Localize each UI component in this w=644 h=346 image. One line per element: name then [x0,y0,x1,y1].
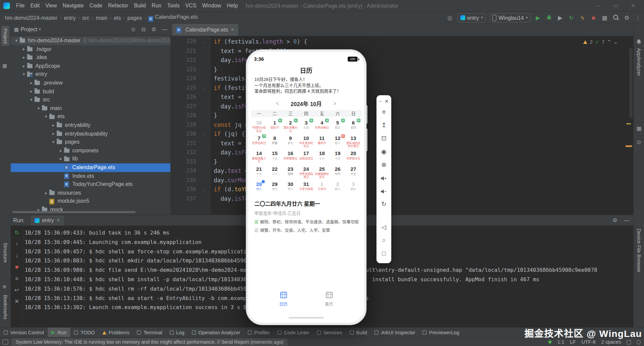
calendar-day-cell[interactable]: 25抗美援朝纪念日 [314,165,330,181]
scroll-top-icon[interactable]: ↥ [377,119,391,132]
fold-marker-icon[interactable]: ⌄ [196,83,211,93]
tree-item[interactable]: ▸.idea [11,53,171,62]
calendar-day-cell[interactable]: 8寒露 [267,134,283,150]
screenshot-icon[interactable]: ⊡ [377,132,391,145]
prev-month-icon[interactable]: < [276,100,279,106]
tab-almanac[interactable]: 黄历 [325,291,333,307]
tool-windows-icon[interactable]: ▦ [601,14,608,21]
calendar-day-cell[interactable]: 30廿八 [283,181,298,196]
locate-file-icon[interactable]: ⊙ [131,26,135,32]
breadcrumb-item[interactable]: pages [127,14,143,20]
sidebar-tab-appanalyzer[interactable]: AppAnalyzer [636,48,642,76]
calendar-day-cell[interactable]: 11重阳节 [314,134,330,150]
toolwindow-problems[interactable]: Problems [98,328,133,337]
tree-item[interactable]: ▸entrybackupability [11,130,171,138]
menu-file[interactable]: File [13,0,28,11]
tree-item[interactable]: ▸lib [11,155,171,163]
menu-refactor[interactable]: Refactor [105,0,131,11]
tree-item[interactable]: {}module.json5 [11,197,171,206]
tab-calendar[interactable]: 日历 [279,291,287,307]
bell-icon[interactable] [636,39,642,46]
device-select[interactable]: Winglau14 ▾ [489,13,530,22]
settings-gear-icon[interactable]: ⚙ [623,14,631,21]
toolwindow-code-linter[interactable]: Code Linter [273,328,313,337]
menu-edit[interactable]: Edit [28,0,43,11]
menu-run[interactable]: Run [149,0,164,11]
breadcrumb-item[interactable]: hm-demo2024-master [4,14,58,20]
run-tab[interactable]: entry ✕ [31,215,64,225]
menu-icon[interactable]: ≡ [377,105,391,118]
toolwindow-run[interactable]: Run [48,328,70,337]
restart-button[interactable]: ↻ [568,14,575,21]
calendar-day-cell[interactable]: 22二十 [267,165,283,181]
tree-item[interactable]: ETodayYunChengPage.ets [11,180,171,189]
editor-tab[interactable]: E CalendarPage.ets ✕ [172,24,239,36]
more-actions-icon[interactable]: ⋮ [634,14,642,21]
inspections-widget[interactable]: 2 ✓ 7 ⌃ ⌄ [582,39,619,45]
commit-icon[interactable]: ▦ [2,63,7,68]
calendar-day-cell[interactable]: 18十六 [314,150,330,165]
tree-item[interactable]: ▾src [11,96,171,104]
calendar-day-cell[interactable]: 休3九月 [298,119,314,134]
close-icon[interactable]: ✕ [56,217,60,223]
calendar-day-cell[interactable]: 休4世界动物日 [314,119,330,134]
tree-item[interactable]: ▸.preview [11,79,171,87]
pin-icon[interactable]: ⊕ [2,284,6,289]
up-icon[interactable]: ↑ [11,238,23,250]
horizontal-scrollbar[interactable] [12,211,136,213]
indent-setting[interactable]: 2 spaces [601,339,621,345]
toolwindow-version-control[interactable]: Version Control [0,328,48,337]
stop-button[interactable]: ■ [590,14,597,21]
tree-item[interactable]: ▾hm-demo2024-masterE:\hm-demo20241028\hm… [11,37,171,45]
sidebar-tab-project[interactable]: Project [1,26,9,46]
prev-issue-icon[interactable]: ⌃ [607,39,611,45]
status-message[interactable]: System Low Memory: The IDE is running lo… [11,338,288,346]
tree-item[interactable]: ▸entryability [11,121,171,130]
volume-down-icon[interactable] [377,184,391,197]
calendar-day-cell[interactable]: 23霜降 [283,165,298,181]
menu-vcs[interactable]: VCS [182,0,199,11]
menu-tools[interactable]: Tools [164,0,182,11]
breadcrumb-item[interactable]: src [81,14,90,20]
fold-marker-icon[interactable]: ⌄ [196,129,211,139]
toolwindow-terminal[interactable]: Terminal [133,328,166,337]
file-encoding[interactable]: UTF-8 [582,339,596,345]
tree-item[interactable]: ECalendarPage.ets [11,163,171,172]
menu-navigate[interactable]: Navigate [60,0,87,11]
tree-item[interactable]: ▾main [11,104,171,112]
toolwindow-build[interactable]: Build [346,328,371,337]
toolwindow-arkui-inspector[interactable]: ArkUI Inspector [371,328,419,337]
lock-icon[interactable] [627,340,631,344]
calendar-day-cell[interactable]: 休2国际非暴力日 [283,119,298,134]
calendar-day-cell[interactable]: 休6初四 [345,119,361,134]
home-icon[interactable]: ○ [377,234,391,247]
caret-position[interactable]: 1:1 [557,339,564,345]
settings-gear-icon[interactable]: ⚙ [152,26,156,32]
close-icon[interactable]: ✕ [624,3,641,9]
fold-marker-icon[interactable]: ⌄ [196,37,211,46]
minimize-icon[interactable]: — [590,3,607,9]
collapse-all-icon[interactable]: ⊟ [141,26,145,32]
maximize-icon[interactable]: ▭ [607,3,624,9]
tree-item[interactable]: ▸resources [11,189,171,197]
vertical-scrollbar[interactable] [629,48,633,118]
inspect-icon[interactable]: ⊕ [377,158,391,171]
warning-stripe-mark[interactable] [626,123,631,125]
hide-panel-icon[interactable]: — [162,26,167,32]
toolwindow-todo[interactable]: TODO [70,328,98,337]
tree-item[interactable]: ▸componets [11,146,171,155]
home-indicator[interactable] [289,317,324,318]
calendar-day-cell[interactable]: 班12初十 [330,134,346,150]
calendar-day-cell[interactable]: 28廿六 [251,181,267,196]
calendar-day-cell[interactable]: 19十七 [330,150,346,165]
breadcrumb-item[interactable]: ECalendarPage.ets [147,14,199,21]
toolwindow-operation-analyzer[interactable]: Operation Analyzer [188,328,244,337]
calendar-day-cell[interactable]: 20世界统计日 [345,150,361,165]
menu-icon[interactable]: ≡ [11,273,23,284]
line-separator[interactable]: LF [570,339,576,345]
calendar-day-cell[interactable]: 16世界粮食日 [283,150,298,165]
calendar-day-cell[interactable]: 2初二 [330,181,346,196]
sidebar-tab-structure[interactable]: Structure [2,240,9,265]
menu-code[interactable]: Code [87,0,105,11]
inspector-icon[interactable]: ⊙ [637,139,641,145]
